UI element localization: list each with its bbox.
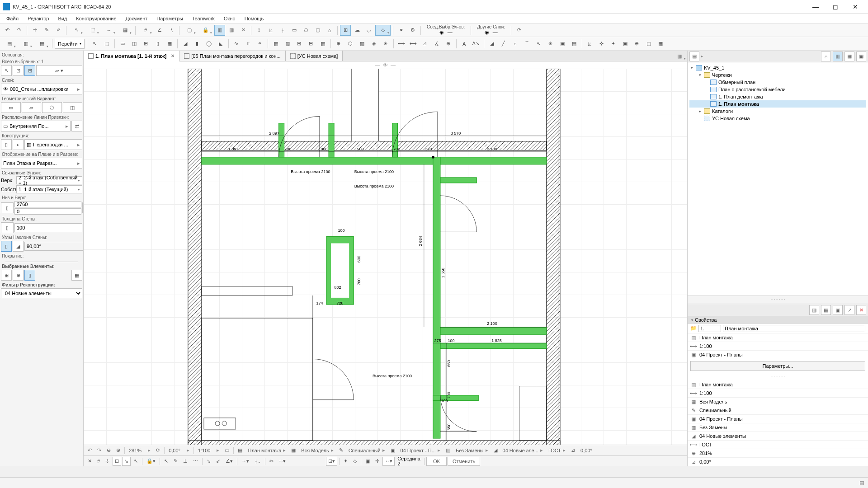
se4-icon[interactable]: ▦	[71, 270, 82, 281]
tab-us-schema[interactable]: [УС Новая схема]	[286, 51, 343, 61]
qo-ang2-icon[interactable]: ⊿	[569, 446, 577, 455]
strike-icon[interactable]: ✕	[238, 25, 249, 36]
dimv-icon[interactable]: ⟷	[408, 38, 419, 49]
cb-perp-icon[interactable]: ⊥	[181, 457, 190, 466]
qo-ren-icon[interactable]: ◢	[491, 446, 500, 455]
cb-snap1-icon[interactable]: ⊹	[103, 457, 112, 466]
link-sel-icon[interactable]: ⊞	[340, 25, 351, 36]
rect-icon[interactable]: ▭	[289, 25, 300, 36]
level-icon[interactable]: ⊕	[443, 38, 454, 49]
qo-graphic[interactable]: Без Замены	[453, 446, 491, 455]
eye2-icon[interactable]: ◉	[485, 29, 489, 35]
cb-grav3-icon[interactable]: ↔▾	[382, 457, 395, 466]
dim-tool-icon[interactable]: ⟊	[277, 25, 288, 36]
cb-snap4-icon[interactable]: ↖	[132, 457, 140, 466]
hatch2-icon[interactable]: ▨	[282, 38, 293, 49]
undo-icon[interactable]: ↶	[2, 25, 13, 36]
snap-angle-icon[interactable]: ∠	[154, 25, 165, 36]
door-icon[interactable]: ◫	[129, 38, 140, 49]
tab-close-icon[interactable]: ✕	[168, 53, 175, 58]
se3-icon[interactable]: ▯	[24, 270, 35, 281]
qo-dimstd[interactable]: ГОСТ	[546, 446, 568, 455]
pick-icon[interactable]: ✛	[29, 25, 40, 36]
qo-back-icon[interactable]: ↶	[85, 446, 94, 455]
sec6-icon[interactable]: ▢	[643, 38, 654, 49]
qo-zoomin-icon[interactable]: ⊕	[114, 446, 123, 455]
qo-gro-icon[interactable]: ▥	[443, 446, 453, 455]
nav-btn4-icon[interactable]: ▣	[856, 52, 866, 61]
cb-wand-icon[interactable]: ✦	[341, 457, 350, 466]
hatch-icon[interactable]: ▩	[270, 38, 281, 49]
qo-renov[interactable]: 04 Новые эле...	[500, 446, 545, 455]
dima-icon[interactable]: ∡	[431, 38, 442, 49]
menu-teamwork[interactable]: Teamwork	[188, 15, 219, 22]
prop-index-input[interactable]	[698, 325, 721, 332]
ruler-icon[interactable]: ⟀	[265, 25, 276, 36]
column-icon[interactable]: ▯	[152, 38, 163, 49]
maximize-button[interactable]: ◻	[826, 0, 845, 13]
layer-dash-icon[interactable]: —	[448, 29, 453, 35]
cb-arrow2-icon[interactable]: ↙	[214, 457, 222, 466]
prop-btn1-icon[interactable]: ▥	[809, 305, 819, 315]
move-tool-icon[interactable]: ↔	[101, 25, 117, 36]
curve-icon[interactable]: ◡	[363, 25, 374, 36]
display-dropdown[interactable]: План Этажа и Разрез...	[1, 158, 82, 169]
angle-dd[interactable]	[184, 446, 192, 455]
prop-btn2-icon[interactable]: ▦	[821, 305, 831, 315]
dimh-icon[interactable]: ⟷	[396, 38, 407, 49]
link2-icon[interactable]: ⚭	[255, 38, 265, 49]
status-corner-icon[interactable]: ▤	[857, 479, 866, 488]
cb-pen-icon[interactable]: ✎	[171, 457, 180, 466]
layer-toggle-icon[interactable]: ▥	[214, 25, 225, 36]
cb-arrow1-icon[interactable]: ↘	[204, 457, 213, 466]
navigate-dropdown[interactable]: Перейти▾	[55, 39, 85, 49]
img-icon[interactable]: ▤	[569, 38, 580, 49]
cb-grid-icon[interactable]: #	[95, 457, 102, 466]
sel-shape-icon[interactable]: ▱ ▾	[36, 65, 82, 76]
measure-icon[interactable]: ⟟	[254, 25, 264, 36]
marquee2-icon[interactable]: ⬚	[101, 38, 112, 49]
constr-basic-icon[interactable]: ▯	[1, 139, 12, 150]
geom2-icon[interactable]: ▱	[22, 102, 42, 113]
sec7-icon[interactable]: ▦	[655, 38, 666, 49]
star-icon[interactable]: ✳	[545, 38, 556, 49]
obj-icon[interactable]: ⬡	[345, 38, 356, 49]
floor-icon[interactable]: ▤	[2, 38, 17, 49]
menu-options[interactable]: Параметры	[152, 15, 188, 22]
slant1-icon[interactable]: ▯	[1, 241, 12, 252]
nav-mode-proj-icon[interactable]: ▤	[689, 52, 699, 61]
height-top-input[interactable]	[14, 201, 81, 207]
reconstruction-select[interactable]: 04 Новые элементы	[1, 288, 82, 298]
marquee-tool-icon[interactable]: ⬚	[85, 25, 100, 36]
sec3-icon[interactable]: ✦	[608, 38, 619, 49]
anchor-flip-icon[interactable]: ⇄	[71, 121, 82, 131]
tabs-overflow-icon[interactable]: ▥	[672, 51, 687, 61]
dropper-icon[interactable]: ✎	[41, 25, 52, 36]
sec5-icon[interactable]: ⊕	[632, 38, 642, 49]
grid-tool-icon[interactable]: ▦	[118, 25, 133, 36]
qo-zoomout-icon[interactable]: ⊖	[104, 446, 113, 455]
nav-btn1-icon[interactable]: ⌂	[821, 52, 831, 61]
tree-item[interactable]: УС Новая схема	[712, 116, 750, 121]
qo-model[interactable]: Вся Модель	[299, 446, 335, 455]
se2-icon[interactable]: ⊕	[13, 270, 24, 281]
pipe-icon[interactable]: ◯	[203, 38, 214, 49]
parameters-button[interactable]: Параметры...	[690, 361, 865, 371]
thickness-input[interactable]	[14, 223, 82, 232]
circle-icon[interactable]: ○	[510, 38, 521, 49]
tag-icon[interactable]: ◣	[215, 38, 226, 49]
constr-dropdown[interactable]: ▥Перегородки ...	[24, 139, 82, 150]
layer-dropdown[interactable]: 👁000_Стены ...планировки	[1, 84, 82, 94]
anchor-dropdown[interactable]: ▭Внутренняя По...	[1, 121, 71, 131]
eye-small2-icon[interactable]: 👁	[383, 62, 388, 68]
prop-btn4-icon[interactable]: ↗	[844, 305, 854, 315]
qo-view-icon[interactable]: ▤	[236, 446, 245, 455]
morph-icon[interactable]: ◇	[375, 25, 391, 36]
sun-icon[interactable]: ☀	[380, 38, 391, 49]
height-icon[interactable]: ▯	[1, 202, 14, 213]
tree-item[interactable]: Обмерный план	[718, 80, 755, 85]
label-icon[interactable]: A↘	[471, 38, 481, 49]
window-icon[interactable]: ⊞	[141, 38, 151, 49]
nav-btn3-icon[interactable]: ▦	[844, 52, 854, 61]
arrow-tool-icon[interactable]: ↖	[69, 25, 84, 36]
